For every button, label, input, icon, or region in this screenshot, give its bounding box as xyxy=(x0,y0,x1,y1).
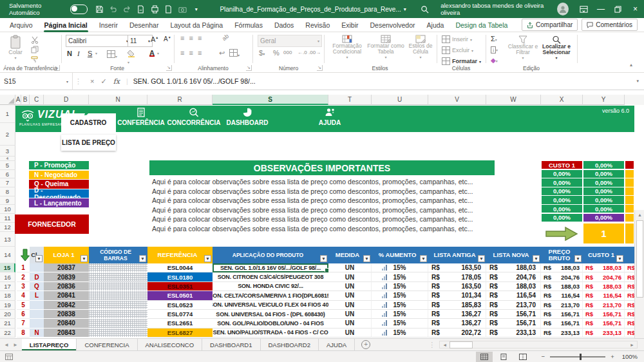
column-header-N[interactable]: N xyxy=(89,95,147,105)
cell-lista-antiga[interactable]: R$185,83 xyxy=(428,301,486,310)
cell-medida[interactable]: UN xyxy=(328,291,372,300)
cell-seq[interactable]: 5 xyxy=(17,301,30,310)
cell-aplicacao[interactable]: SON. CITROEN C3/C4/C5/PEUGEOT 308 xyxy=(213,272,328,281)
cell-preco-bruto[interactable]: R$188,03 xyxy=(541,282,583,291)
merge-center-icon[interactable]: ▾ xyxy=(229,49,240,58)
cell-medida[interactable]: UN xyxy=(328,301,372,310)
cell-preco-bruto[interactable]: R$188,03 xyxy=(541,263,583,272)
table-header-med[interactable]: MEDIDA▼ xyxy=(328,247,372,263)
filter-icon[interactable]: ▼ xyxy=(204,255,211,262)
redo-icon[interactable] xyxy=(120,2,133,16)
cell-aplicacao[interactable]: SON. UNIVERSAL 04 FIOS - (DPL 608430) xyxy=(213,310,328,319)
delete-cells-button[interactable]: Excluir▾ xyxy=(442,46,473,54)
cell-lista-nova[interactable]: R$116,54 xyxy=(486,291,541,300)
custo-cell-y[interactable]: 0,00% xyxy=(583,161,624,169)
cell-lista-antiga[interactable]: R$101,34 xyxy=(428,291,486,300)
cell-loja[interactable]: 20840 xyxy=(44,319,89,328)
cell-referencia[interactable]: ESL0501 xyxy=(147,291,213,300)
cell-lista-nova[interactable]: R$213,70 xyxy=(486,301,541,310)
horizontal-scrollbar[interactable]: ◄ ► xyxy=(439,341,638,348)
cell-aumento[interactable]: 15% xyxy=(372,282,428,291)
menu-tab-layout-da-página[interactable]: Layout da Página xyxy=(164,18,229,32)
cell-seq[interactable]: 7 xyxy=(17,319,30,328)
filter-icon[interactable]: ▼ xyxy=(533,255,540,262)
cell-medida[interactable]: UN xyxy=(328,272,372,281)
cell-codigo-barras[interactable] xyxy=(89,282,147,291)
table-header-bru[interactable]: PREÇO BRUTO▼ xyxy=(541,247,583,263)
scroll-up-icon[interactable]: ▲ xyxy=(636,210,644,219)
search-icon[interactable] xyxy=(418,2,431,16)
quick-access-chevron-icon[interactable]: ▾ xyxy=(189,2,203,16)
cell-aplicacao[interactable]: SEN. UNO/PALIO/STRADA - 04 FIOS - C/ CO xyxy=(213,329,328,338)
cell-lista-nova[interactable]: R$188,03 xyxy=(486,263,541,272)
cell-classificacao[interactable]: D xyxy=(30,272,44,281)
cell-custo1[interactable]: R$233,13 xyxy=(583,329,625,338)
cell-codigo-barras[interactable] xyxy=(89,329,147,338)
menu-tab-página-inicial[interactable]: Página Inicial xyxy=(39,18,93,32)
sort-filter-button[interactable]: Classificar e Filtrar▾ xyxy=(507,35,538,60)
nav-tab-ajuda[interactable]: AJUDA xyxy=(291,119,368,126)
paste-button[interactable]: Colar ▾ xyxy=(4,33,27,63)
cancel-entry-icon[interactable]: × xyxy=(90,77,94,85)
bold-button[interactable]: N xyxy=(67,50,72,57)
row-header-7[interactable]: 7 xyxy=(0,178,15,187)
custo-selector-value[interactable]: 1 xyxy=(583,224,624,243)
cell-loja[interactable]: 20839 xyxy=(44,272,89,281)
accounting-format-icon[interactable]: $▾ xyxy=(259,49,265,57)
cell-seq[interactable]: 6 xyxy=(17,310,30,319)
restore-button[interactable] xyxy=(609,0,627,18)
filter-icon[interactable]: ▼ xyxy=(478,255,485,262)
cell-aumento[interactable]: 15% xyxy=(372,291,428,300)
cell-loja[interactable]: 20836 xyxy=(44,282,89,291)
cell-medida[interactable]: UN xyxy=(328,310,372,319)
cell-referencia[interactable]: ESL0351 xyxy=(147,282,213,291)
column-header-Y[interactable]: Y xyxy=(583,95,625,105)
cell-aplicacao[interactable]: SON. GOL/PALIO/DOBLO/UNO - 04 FIOS xyxy=(213,319,328,328)
select-all-corner[interactable] xyxy=(0,95,15,105)
cell-preco-bruto[interactable]: R$156,71 xyxy=(541,310,583,319)
table-header-bar[interactable]: CÓDIGO DE BARRAS▼ xyxy=(89,247,147,263)
cell-lista-antiga[interactable]: R$136,27 xyxy=(428,310,486,319)
sheet-tab-listapreço[interactable]: LISTAPREÇO xyxy=(22,339,77,350)
format-as-table-button[interactable]: Formatar como Tabela▾ xyxy=(367,35,404,59)
cell-lista-antiga[interactable]: R$178,05 xyxy=(428,272,486,281)
expand-formula-bar-icon[interactable]: ▾ xyxy=(636,79,644,84)
cell-custo1[interactable]: R$204,76 xyxy=(583,272,625,281)
decrease-decimal-icon[interactable]: .00→ xyxy=(308,50,321,55)
cell-classificacao[interactable]: Q xyxy=(30,282,44,291)
print-preview-icon[interactable] xyxy=(147,2,161,16)
fill-handle[interactable] xyxy=(325,268,328,272)
cell-referencia[interactable]: ESL6827 xyxy=(147,329,213,338)
hscroll-right-icon[interactable]: ► xyxy=(627,343,637,347)
hscroll-left-icon[interactable]: ◄ xyxy=(440,343,450,347)
sheet-nav-left-icon[interactable]: ◄ xyxy=(0,339,13,350)
align-left-center-right-icons[interactable]: ≡ ≡ ≡ xyxy=(180,49,203,57)
increase-font-icon[interactable]: A▲ xyxy=(151,35,158,43)
cell-seq[interactable]: 1 xyxy=(17,263,30,272)
cell-classificacao[interactable]: N xyxy=(30,329,44,338)
table-header-ant[interactable]: LISTA ANTIGA▼ xyxy=(428,247,486,263)
cell-aplicacao[interactable]: SON. UNIVERSAL VEICULO FLEX 04 FIOS 400 xyxy=(213,301,328,310)
hscroll-thumb[interactable] xyxy=(450,341,473,348)
table-header-nov[interactable]: LISTA NOVA▼ xyxy=(486,247,541,263)
find-select-button[interactable]: Localizar e Selecionar▾ xyxy=(540,35,573,60)
cell-aplicacao[interactable]: SON. CELTA/CORSA/MERIVA 1 FIO(DPL60815) xyxy=(213,291,328,300)
filter-icon[interactable]: ▼ xyxy=(420,255,427,262)
cell-aumento[interactable]: 15% xyxy=(372,310,428,319)
column-header-V[interactable]: V xyxy=(428,95,486,105)
menu-tab-arquivo[interactable]: Arquivo xyxy=(4,18,39,32)
cell-seq[interactable]: 8 xyxy=(17,329,30,338)
camera-icon[interactable] xyxy=(175,2,189,16)
insert-cells-button[interactable]: Inserir▾ xyxy=(442,35,472,43)
normal-view-icon[interactable] xyxy=(476,352,493,362)
ribbon-display-options-icon[interactable] xyxy=(575,0,592,18)
cell-lista-nova[interactable]: R$204,76 xyxy=(486,272,541,281)
cell-referencia[interactable]: ESL0523 xyxy=(147,301,213,310)
menu-tab-dados[interactable]: Dados xyxy=(269,18,299,32)
cell-loja[interactable]: 20837 xyxy=(44,263,89,272)
new-sheet-icon[interactable]: + xyxy=(361,339,370,350)
cell-seq[interactable]: 3 xyxy=(17,282,30,291)
custo-cell-y[interactable]: 0,00% xyxy=(583,187,624,195)
cell-aumento[interactable]: 15% xyxy=(372,272,428,281)
zoom-in-icon[interactable]: + xyxy=(611,353,614,360)
